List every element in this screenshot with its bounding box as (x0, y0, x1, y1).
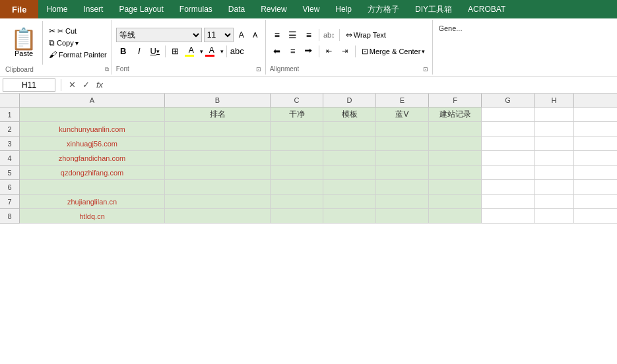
cell-d4[interactable] (323, 151, 376, 165)
cell-f5[interactable] (429, 166, 482, 179)
cell-g2[interactable] (482, 122, 535, 136)
col-header-b[interactable]: B (165, 94, 271, 107)
clipboard-expand-icon[interactable]: ⧉ (105, 66, 109, 73)
row-number-1[interactable]: 1 (0, 107, 20, 122)
insert-function-icon[interactable]: fx (94, 80, 105, 90)
cell-b8[interactable] (165, 209, 271, 223)
align-left-button[interactable]: ⬅ (270, 44, 284, 59)
align-top-left-button[interactable]: ≡ (270, 28, 284, 42)
cell-reference-input[interactable]: H11 (3, 78, 55, 92)
cell-c5[interactable] (271, 166, 323, 179)
underline-button[interactable]: U▾ (148, 44, 162, 59)
copy-button[interactable]: ⧉ Copy ▾ (47, 38, 109, 48)
menu-file[interactable]: File (0, 0, 38, 18)
font-color-dropdown-icon[interactable]: ▾ (220, 48, 224, 55)
copy-dropdown-icon[interactable]: ▾ (75, 40, 79, 47)
confirm-formula-icon[interactable]: ✓ (81, 80, 92, 90)
menu-view[interactable]: View (295, 0, 328, 18)
format-painter-button[interactable]: 🖌 Format Painter (47, 49, 109, 60)
row-number-8[interactable]: 8 (0, 209, 20, 224)
cell-e6[interactable] (376, 180, 429, 194)
cell-b4[interactable] (165, 151, 271, 165)
alignment-expand-icon[interactable]: ⊡ (423, 66, 428, 73)
cell-a7[interactable]: zhujianglilan.cn (20, 195, 165, 208)
col-header-e[interactable]: E (376, 94, 429, 107)
row-number-5[interactable]: 5 (0, 166, 20, 180)
font-expand-icon[interactable]: ⊡ (256, 66, 261, 73)
indent-decrease-button[interactable]: ⇤ (322, 44, 337, 59)
cell-c1[interactable]: 干净 (271, 107, 323, 121)
row-number-3[interactable]: 3 (0, 136, 20, 151)
cell-d8[interactable] (323, 209, 376, 223)
cell-c3[interactable] (271, 136, 323, 150)
cell-d1[interactable]: 模板 (323, 107, 376, 121)
cell-b7[interactable] (165, 195, 271, 208)
align-right-button[interactable]: ⮕ (302, 44, 316, 59)
cell-e2[interactable] (376, 122, 429, 136)
cell-e5[interactable] (376, 166, 429, 179)
cell-e3[interactable] (376, 136, 429, 150)
row-number-6[interactable]: 6 (0, 180, 20, 195)
cell-d7[interactable] (323, 195, 376, 208)
cell-g8[interactable] (482, 209, 535, 223)
cell-f4[interactable] (429, 151, 482, 165)
cancel-formula-icon[interactable]: ✕ (67, 80, 78, 90)
col-header-h[interactable]: H (535, 94, 574, 107)
menu-help[interactable]: Help (327, 0, 360, 18)
menu-insert[interactable]: Insert (75, 0, 111, 18)
cell-c2[interactable] (271, 122, 323, 136)
cell-g3[interactable] (482, 136, 535, 150)
fill-color-dropdown-icon[interactable]: ▾ (200, 48, 203, 55)
orientation-button[interactable]: ab↕ (322, 28, 337, 42)
cell-d2[interactable] (323, 122, 376, 136)
cell-f3[interactable] (429, 136, 482, 150)
col-header-g[interactable]: G (482, 94, 535, 107)
cell-c7[interactable] (271, 195, 323, 208)
cell-g1[interactable] (482, 107, 535, 121)
font-size-decrease-button[interactable]: A (249, 29, 261, 41)
general-button[interactable]: Gene... (437, 22, 482, 35)
menu-acrobat[interactable]: ACROBAT (460, 0, 513, 18)
align-top-right-button[interactable]: ≡ (302, 28, 316, 42)
cell-b5[interactable] (165, 166, 271, 179)
cell-a8[interactable]: htldq.cn (20, 209, 165, 223)
font-name-select[interactable]: 等线 (116, 28, 202, 42)
menu-review[interactable]: Review (253, 0, 294, 18)
menu-home[interactable]: Home (38, 0, 75, 18)
menu-formulas[interactable]: Formulas (172, 0, 220, 18)
cell-a6[interactable] (20, 180, 165, 194)
font-color-button[interactable]: A (205, 44, 219, 59)
indent-increase-button[interactable]: ⇥ (338, 44, 352, 59)
cell-b3[interactable] (165, 136, 271, 150)
cell-c4[interactable] (271, 151, 323, 165)
row-number-4[interactable]: 4 (0, 151, 20, 166)
menu-data[interactable]: Data (220, 0, 253, 18)
cut-button[interactable]: ✂ ✂ Cut (47, 26, 109, 36)
cell-c6[interactable] (271, 180, 323, 194)
formula-input[interactable] (108, 78, 614, 92)
border-button[interactable]: ⊞ (168, 44, 183, 59)
cell-a3[interactable]: xinhuagj56.com (20, 136, 165, 150)
cell-a5[interactable]: qzdongzhifang.com (20, 166, 165, 179)
merge-center-button[interactable]: ⊡ Merge & Center ▾ (358, 45, 429, 58)
cell-h8[interactable] (535, 209, 574, 223)
cell-g4[interactable] (482, 151, 535, 165)
cell-f8[interactable] (429, 209, 482, 223)
menu-fangfange[interactable]: 方方格子 (360, 0, 407, 18)
row-number-2[interactable]: 2 (0, 122, 20, 136)
cell-a2[interactable]: kunchunyuanlin.com (20, 122, 165, 136)
spell-check-button[interactable]: abc (230, 44, 244, 59)
cell-f2[interactable] (429, 122, 482, 136)
cell-a1[interactable] (20, 107, 165, 121)
wrap-text-button[interactable]: ⇔ Wrap Text (342, 28, 389, 42)
cell-b1[interactable]: 排名 (165, 107, 271, 121)
fill-color-button[interactable]: A (184, 44, 199, 59)
cell-h6[interactable] (535, 180, 574, 194)
merge-dropdown-icon[interactable]: ▾ (422, 48, 425, 55)
col-header-d[interactable]: D (323, 94, 376, 107)
cell-f1[interactable]: 建站记录 (429, 107, 482, 121)
cell-b2[interactable] (165, 122, 271, 136)
cell-d5[interactable] (323, 166, 376, 179)
cell-e1[interactable]: 蓝V (376, 107, 429, 121)
paste-button[interactable]: 📋 Paste (5, 21, 43, 65)
